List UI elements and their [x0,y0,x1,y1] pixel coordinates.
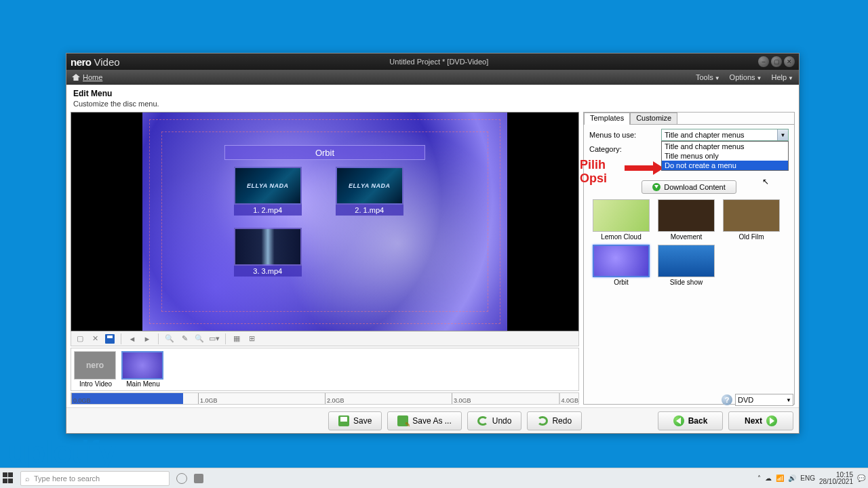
dvd-item-label: 2. 1.mp4 [336,205,403,216]
capacity-tick-label: 2.0GB [327,397,344,404]
help-icon[interactable]: ? [722,394,732,405]
strip-intro-video[interactable]: nero Intro Video [74,351,117,388]
download-content-button[interactable]: Download Content [642,180,736,194]
capacity-tick-label: 3.0GB [454,397,471,404]
app-logo: nero [71,56,92,68]
save-button[interactable]: Save [328,411,382,430]
tray-volume-icon[interactable]: 🔊 [788,474,796,482]
page-subtitle: Customize the disc menu. [73,100,792,108]
video-thumbnail-icon [234,228,302,266]
dvd-menu-item[interactable]: 2. 1.mp4 [332,167,407,216]
app-window: nero Video Untitled Project * [DVD-Video… [66,53,800,434]
dvd-menu-title[interactable]: Orbit [224,145,425,160]
tray-date[interactable]: 28/10/2021 [819,479,853,485]
maximize-button[interactable]: ▢ [771,56,782,67]
strip-label: Main Menu [121,380,165,388]
task-view-icon[interactable] [194,474,203,483]
disc-type-value: DVD [738,396,753,404]
cortana-icon[interactable] [176,473,187,484]
dropdown-option[interactable]: Title menus only [662,151,788,161]
search-icon: ⌕ [25,474,30,483]
new-icon[interactable]: ▢ [74,333,86,345]
app-logo-sub: Video [94,56,120,68]
dvd-menu-item[interactable]: 1. 2.mp4 [231,167,305,216]
snap-icon[interactable]: ⊞ [245,333,258,345]
zoom-in-icon[interactable]: 🔍 [193,333,205,345]
prev-icon[interactable]: ◄ [126,333,138,345]
tab-customize[interactable]: Customize [630,113,677,125]
menus-to-use-dropdown[interactable]: Title and chapter menus ▼ Title and chap… [661,129,789,141]
zoom-tool-icon[interactable]: ✎ [178,333,191,345]
dvd-menu-item[interactable]: 3. 3.mp4 [231,228,305,277]
capacity-tick-label: 0.0GB [73,397,91,404]
tray-cloud-icon[interactable]: ☁ [765,474,772,482]
dropdown-option[interactable]: Title and chapter menus [662,142,788,151]
video-thumbnail-icon [234,167,302,205]
undo-button[interactable]: Undo [467,411,522,430]
template-label: Old Film [721,233,782,241]
undo-icon [477,416,488,426]
redo-button[interactable]: Redo [527,411,582,430]
dropdown-list: Title and chapter menus Title menus only… [661,141,789,171]
back-button[interactable]: Back [658,411,723,430]
next-icon [766,415,777,426]
tray-language[interactable]: ENG [800,474,815,482]
template-label: Movement [656,233,717,241]
home-icon [72,74,80,81]
menubar: Home Tools▼ Options▼ Help▼ [66,70,799,85]
capacity-tick-label: 1.0GB [200,397,218,404]
taskbar-search[interactable]: ⌕ Type here to search [20,471,170,486]
save-as-button[interactable]: Save As ... [387,411,461,430]
home-link[interactable]: Home [83,73,102,81]
template-thumb-icon [658,245,715,277]
orbit-thumb-icon [121,351,163,380]
dvd-item-label: 1. 2.mp4 [234,205,302,216]
minimize-button[interactable]: – [758,56,769,67]
template-movement[interactable]: Movement [656,199,717,241]
template-label: Orbit [591,279,652,286]
search-placeholder: Type here to search [34,474,100,483]
next-icon[interactable]: ► [141,333,153,345]
download-label: Download Content [664,183,726,191]
window-title: Untitled Project * [DVD-Video] [120,58,758,66]
start-button[interactable] [3,472,15,485]
dvd-item-label: 3. 3.mp4 [234,266,302,277]
template-label: Lemon Cloud [591,233,652,241]
menu-options[interactable]: Options▼ [730,73,762,81]
tray-wifi-icon[interactable]: 📶 [776,474,784,482]
fit-icon[interactable]: ▭▾ [208,333,220,345]
download-icon [652,183,660,191]
close-button[interactable]: ✕ [784,56,795,67]
save-as-icon [397,415,408,426]
nero-logo-icon: nero [74,351,116,380]
zoom-out-icon[interactable]: 🔍 [163,333,176,345]
menu-help[interactable]: Help▼ [771,73,793,81]
tray-time[interactable]: 10:15 [819,472,853,479]
preview-toolbar: ▢ ✕ ◄ ► 🔍 ✎ 🔍 ▭▾ ▦ ⊞ [71,331,579,346]
template-lemon-cloud[interactable]: Lemon Cloud [591,199,652,241]
template-old-film[interactable]: Old Film [721,199,782,241]
tray-notifications-icon[interactable]: 💬 [857,474,865,482]
strip-main-menu[interactable]: Main Menu [121,351,165,388]
capacity-tick-label: 4.0GB [561,397,578,404]
template-label: Slide show [656,279,717,286]
save-icon[interactable] [104,333,116,345]
tray-chevron-icon[interactable]: ˄ [757,474,761,482]
grid-icon[interactable]: ▦ [231,333,243,345]
template-slide-show[interactable]: Slide show [656,245,717,286]
menu-preview[interactable]: Orbit 1. 2.mp4 2. 1.mp4 3. 3.mp4 [71,112,579,331]
dropdown-option[interactable]: Do not create a menu [662,161,788,170]
disc-type-dropdown[interactable]: DVD [735,394,793,406]
dropdown-value: Title and chapter menus [665,131,745,139]
menu-tools[interactable]: Tools▼ [696,73,720,81]
titlebar: nero Video Untitled Project * [DVD-Video… [66,54,799,70]
template-thumb-icon [593,245,650,277]
template-orbit[interactable]: Orbit [591,245,652,286]
redo-icon [537,416,548,426]
tab-templates[interactable]: Templates [584,113,630,125]
delete-icon[interactable]: ✕ [89,333,101,345]
chevron-down-icon: ▼ [777,129,788,140]
menus-to-use-label: Menus to use: [589,131,657,139]
next-button[interactable]: Next [728,411,793,430]
menu-strip: nero Intro Video Main Menu [71,348,579,391]
